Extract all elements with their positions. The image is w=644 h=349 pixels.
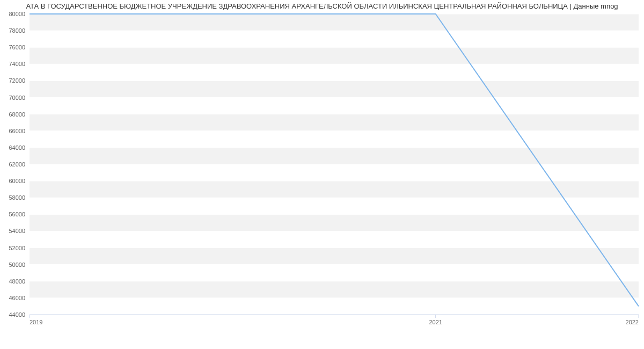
svg-rect-8 [30,14,639,31]
y-tick-label: 50000 [9,261,25,268]
chart-svg: 4400046000480005000052000540005600058000… [0,12,644,329]
svg-rect-2 [30,214,639,231]
y-tick-label: 72000 [9,77,25,84]
y-tick-label: 58000 [9,194,25,201]
x-tick-label: 2022 [626,319,639,325]
svg-rect-5 [30,114,639,131]
svg-rect-0 [30,281,639,298]
y-tick-label: 56000 [9,211,25,217]
y-tick-label: 48000 [9,278,25,285]
y-tick-label: 64000 [9,144,25,151]
chart-title: АТА В ГОСУДАРСТВЕННОЕ БЮДЖЕТНОЕ УЧРЕЖДЕН… [0,0,644,12]
y-tick-label: 54000 [9,228,25,234]
svg-rect-1 [30,248,639,265]
y-tick-label: 66000 [9,128,25,134]
y-tick-label: 44000 [9,311,25,318]
y-tick-label: 76000 [9,44,25,50]
y-tick-label: 80000 [9,12,25,17]
y-tick-label: 74000 [9,61,25,67]
x-tick-label: 2019 [30,319,42,325]
svg-rect-7 [30,47,639,64]
y-tick-label: 70000 [9,94,25,101]
y-tick-label: 46000 [9,295,25,301]
y-tick-label: 78000 [9,27,25,34]
svg-rect-4 [30,148,639,164]
chart-plot-area: 4400046000480005000052000540005600058000… [0,12,644,329]
svg-rect-6 [30,81,639,97]
x-tick-label: 2021 [429,319,442,325]
y-tick-label: 60000 [9,178,25,184]
y-tick-label: 62000 [9,161,25,168]
svg-rect-3 [30,181,639,198]
y-tick-label: 52000 [9,245,25,251]
y-tick-label: 68000 [9,111,25,118]
